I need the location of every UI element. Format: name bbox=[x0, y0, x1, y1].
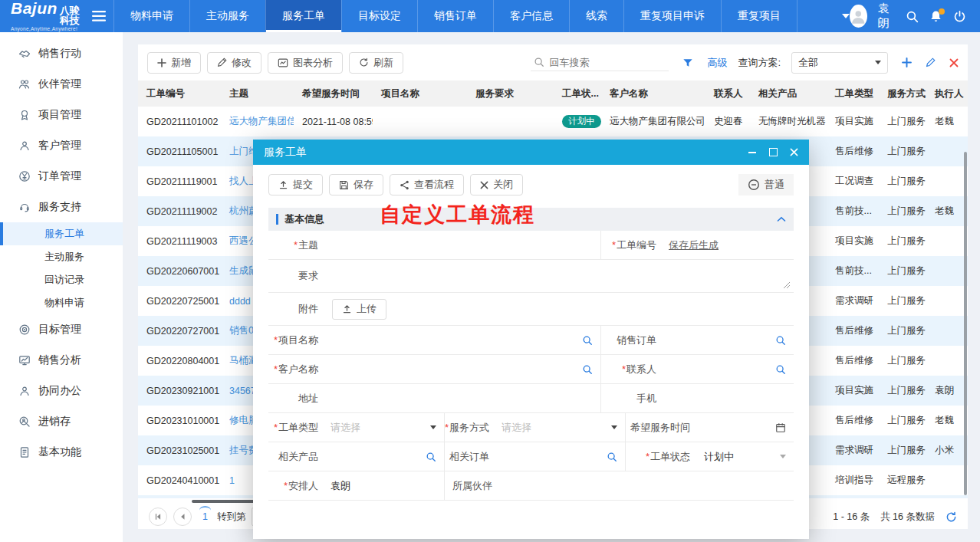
user-avatar[interactable] bbox=[850, 5, 867, 28]
query-scheme-select[interactable]: 全部 bbox=[791, 52, 888, 74]
sidebar-subitem[interactable]: 服务工单 bbox=[0, 222, 123, 245]
requirement-textarea[interactable] bbox=[327, 271, 783, 282]
sidebar-item[interactable]: 订单管理 bbox=[0, 161, 123, 192]
edit-scheme-icon[interactable] bbox=[926, 57, 936, 67]
search-input[interactable] bbox=[548, 56, 666, 69]
sidebar-item[interactable]: 客户管理 bbox=[0, 130, 123, 161]
power-logout-icon[interactable] bbox=[953, 10, 966, 23]
search-icon[interactable] bbox=[906, 10, 919, 23]
sidebar-item[interactable]: 销售行动 bbox=[0, 38, 123, 69]
sidebar-subitem[interactable]: 回访记录 bbox=[0, 268, 123, 291]
related-order-input[interactable] bbox=[497, 451, 607, 462]
sidebar-item[interactable]: 项目管理 bbox=[0, 100, 123, 130]
notification-bell-icon[interactable] bbox=[929, 10, 942, 23]
sidebar-item[interactable]: 目标管理 bbox=[0, 314, 123, 345]
project-lookup-icon[interactable] bbox=[582, 335, 593, 346]
arranger-input[interactable] bbox=[326, 480, 444, 491]
top-menu-item[interactable]: 线索 bbox=[569, 0, 623, 32]
column-header-service-req[interactable]: 服务要求 bbox=[467, 80, 554, 107]
more-menu-caret-icon[interactable] bbox=[842, 14, 850, 18]
upload-button[interactable]: 上传 bbox=[332, 299, 386, 320]
vertical-scrollbar[interactable] bbox=[964, 152, 967, 495]
column-header-service-mode[interactable]: 服务方式 bbox=[879, 80, 926, 107]
column-header-order-no[interactable]: 工单编号 bbox=[138, 80, 221, 107]
first-page-button[interactable] bbox=[149, 508, 167, 526]
calendar-icon[interactable] bbox=[775, 422, 786, 433]
top-menu-item[interactable]: 物料申请 bbox=[113, 0, 189, 32]
subject-input[interactable] bbox=[327, 239, 600, 251]
generated-after-save-link[interactable]: 保存后生成 bbox=[664, 238, 719, 252]
sidebar-item[interactable]: 服务支持 bbox=[0, 192, 123, 222]
top-menu-item[interactable]: 主动服务 bbox=[189, 0, 265, 32]
column-header-related-product[interactable]: 相关产品 bbox=[750, 80, 827, 107]
view-flow-button[interactable]: 查看流程 bbox=[390, 174, 464, 195]
sidebar-item[interactable]: 进销存 bbox=[0, 406, 123, 437]
order-status-select[interactable]: 计划中 bbox=[698, 442, 794, 471]
priority-selector[interactable]: 普通 bbox=[738, 174, 794, 195]
top-menu-item[interactable]: 重复项目 bbox=[721, 0, 797, 32]
column-header-customer-name[interactable]: 客户名称 bbox=[601, 80, 705, 107]
basic-info-section-header[interactable]: 基本信息 bbox=[268, 208, 794, 231]
delete-scheme-icon[interactable] bbox=[949, 58, 959, 67]
close-button[interactable]: 关闭 bbox=[470, 174, 523, 195]
edit-button[interactable]: 修改 bbox=[207, 52, 261, 74]
column-header-status[interactable]: 工单状... bbox=[554, 80, 601, 107]
related-product-lookup-icon[interactable] bbox=[426, 452, 436, 462]
address-input[interactable] bbox=[327, 393, 600, 404]
contact-input[interactable] bbox=[664, 363, 775, 375]
close-icon[interactable] bbox=[789, 148, 798, 157]
related-order-lookup-icon[interactable] bbox=[607, 452, 617, 462]
save-button[interactable]: 保存 bbox=[329, 174, 383, 195]
column-header-expect-time[interactable]: 希望服务时间 bbox=[294, 80, 373, 107]
user-name[interactable]: 袁朗 bbox=[878, 2, 896, 31]
refresh-button[interactable]: 刷新 bbox=[349, 52, 403, 74]
expect-time-field[interactable] bbox=[698, 413, 794, 442]
sidebar-item[interactable]: 销售分析 bbox=[0, 345, 123, 376]
column-header-contact[interactable]: 联系人 bbox=[705, 80, 750, 107]
submit-button[interactable]: 提交 bbox=[268, 174, 323, 195]
pager-refresh-icon[interactable] bbox=[945, 511, 957, 523]
table-row[interactable]: GD20211101002远大物产集团信...2021-11-08 08:59计… bbox=[138, 107, 968, 136]
sidebar-item[interactable]: 基本功能 bbox=[0, 437, 123, 468]
add-scheme-icon[interactable] bbox=[902, 57, 912, 67]
column-header-project-name[interactable]: 项目名称 bbox=[373, 80, 467, 107]
sidebar-subitem[interactable]: 物料申请 bbox=[0, 291, 123, 314]
column-header-subject[interactable]: 主题 bbox=[221, 80, 294, 107]
prev-page-button[interactable] bbox=[173, 508, 192, 526]
advanced-search-link[interactable]: 高级 bbox=[707, 56, 727, 70]
partner-input[interactable] bbox=[502, 480, 794, 491]
top-menu-item[interactable]: 目标设定 bbox=[341, 0, 417, 32]
add-button[interactable]: 新增 bbox=[147, 52, 201, 74]
maximize-icon[interactable] bbox=[768, 148, 778, 157]
sales-order-lookup-icon[interactable] bbox=[775, 335, 786, 346]
top-menu-item[interactable]: 重复项目申诉 bbox=[623, 0, 721, 32]
app-logo[interactable]: Bajun 八骏科技 Anyone,Anytime,Anywhere! bbox=[0, 0, 84, 32]
chart-analysis-button[interactable]: 图表分析 bbox=[268, 52, 343, 74]
customer-lookup-icon[interactable] bbox=[582, 364, 593, 375]
related-product-input[interactable] bbox=[326, 451, 426, 462]
customer-input[interactable] bbox=[327, 363, 582, 375]
column-header-executor[interactable]: 执行人 bbox=[926, 80, 968, 107]
sales-order-input[interactable] bbox=[664, 334, 775, 346]
minimize-icon[interactable] bbox=[748, 148, 757, 157]
top-menu-item[interactable]: 服务工单 bbox=[265, 0, 341, 32]
sidebar-item[interactable]: 伙伴管理 bbox=[0, 69, 123, 100]
chevron-up-icon[interactable] bbox=[777, 216, 786, 222]
project-input[interactable] bbox=[327, 334, 582, 346]
filter-funnel-icon[interactable] bbox=[682, 57, 693, 68]
top-menu-item[interactable]: 销售订单 bbox=[417, 0, 493, 32]
textarea-resize-handle-icon[interactable] bbox=[783, 281, 791, 289]
column-header-order-type[interactable]: 工单类型 bbox=[827, 80, 879, 107]
contact-lookup-icon[interactable] bbox=[775, 364, 786, 375]
top-menu-item[interactable]: 客户信息 bbox=[493, 0, 569, 32]
partner-management-icon bbox=[18, 78, 31, 90]
sidebar-item[interactable]: 协同办公 bbox=[0, 376, 123, 406]
cell-subject[interactable]: 远大物产集团信... bbox=[221, 107, 294, 136]
service-mode-select[interactable]: 请选择 bbox=[497, 413, 626, 442]
current-page-number[interactable]: 1 bbox=[202, 511, 208, 522]
order-type-select[interactable]: 请选择 bbox=[326, 413, 445, 442]
sidebar-subitem[interactable]: 主动服务 bbox=[0, 245, 123, 268]
dialog-header[interactable]: 服务工单 bbox=[253, 140, 809, 165]
menu-toggle-icon[interactable] bbox=[84, 11, 113, 21]
mobile-input[interactable] bbox=[664, 393, 794, 404]
